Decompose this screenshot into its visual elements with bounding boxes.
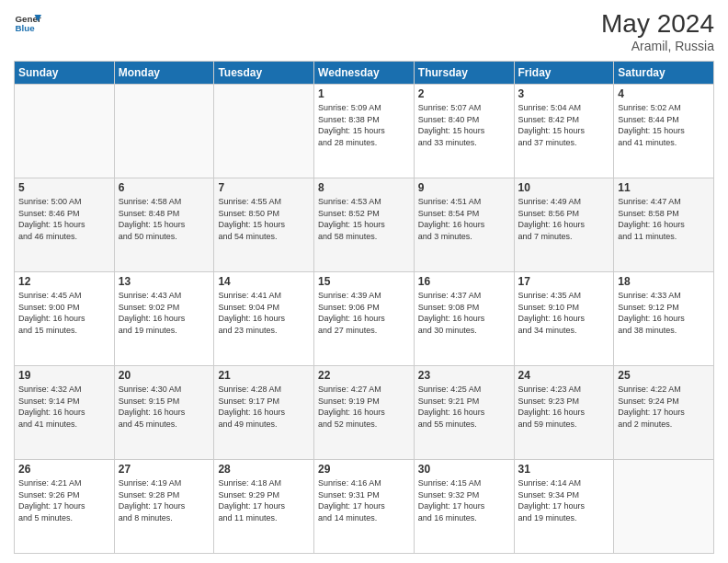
day-number: 20 xyxy=(119,369,210,382)
day-info: Sunrise: 4:25 AM Sunset: 9:21 PM Dayligh… xyxy=(418,384,510,430)
day-info: Sunrise: 4:37 AM Sunset: 9:08 PM Dayligh… xyxy=(418,290,510,336)
day-info: Sunrise: 4:43 AM Sunset: 9:02 PM Dayligh… xyxy=(119,290,210,336)
day-number: 16 xyxy=(418,275,510,288)
day-info: Sunrise: 4:39 AM Sunset: 9:06 PM Dayligh… xyxy=(318,290,410,336)
logo: General Blue xyxy=(14,9,41,37)
calendar-cell xyxy=(614,460,714,554)
calendar-cell: 18Sunrise: 4:33 AM Sunset: 9:12 PM Dayli… xyxy=(614,272,714,366)
calendar-cell: 21Sunrise: 4:28 AM Sunset: 9:17 PM Dayli… xyxy=(214,366,314,460)
day-info: Sunrise: 4:19 AM Sunset: 9:28 PM Dayligh… xyxy=(119,477,210,523)
day-info: Sunrise: 5:07 AM Sunset: 8:40 PM Dayligh… xyxy=(418,102,510,148)
day-info: Sunrise: 4:23 AM Sunset: 9:23 PM Dayligh… xyxy=(518,384,610,430)
day-number: 27 xyxy=(119,463,210,476)
day-info: Sunrise: 5:00 AM Sunset: 8:46 PM Dayligh… xyxy=(18,196,110,242)
day-number: 10 xyxy=(518,181,610,194)
weekday-header: Sunday xyxy=(15,62,115,85)
calendar-cell xyxy=(15,85,115,178)
calendar-cell: 3Sunrise: 5:04 AM Sunset: 8:42 PM Daylig… xyxy=(514,85,614,178)
day-number: 22 xyxy=(318,369,410,382)
day-info: Sunrise: 5:09 AM Sunset: 8:38 PM Dayligh… xyxy=(318,102,410,148)
day-info: Sunrise: 4:45 AM Sunset: 9:00 PM Dayligh… xyxy=(18,290,110,336)
day-info: Sunrise: 4:22 AM Sunset: 9:24 PM Dayligh… xyxy=(618,384,710,430)
calendar-cell: 20Sunrise: 4:30 AM Sunset: 9:15 PM Dayli… xyxy=(114,366,214,460)
day-number: 11 xyxy=(618,181,710,194)
calendar-cell: 15Sunrise: 4:39 AM Sunset: 9:06 PM Dayli… xyxy=(314,272,415,366)
day-number: 1 xyxy=(318,87,410,100)
calendar-cell: 29Sunrise: 4:16 AM Sunset: 9:31 PM Dayli… xyxy=(314,460,415,554)
day-number: 17 xyxy=(518,275,610,288)
day-number: 9 xyxy=(418,181,510,194)
calendar-table: SundayMondayTuesdayWednesdayThursdayFrid… xyxy=(14,61,714,554)
day-info: Sunrise: 4:21 AM Sunset: 9:26 PM Dayligh… xyxy=(18,477,110,523)
calendar-cell: 12Sunrise: 4:45 AM Sunset: 9:00 PM Dayli… xyxy=(15,272,115,366)
weekday-header: Wednesday xyxy=(314,62,415,85)
calendar-cell: 1Sunrise: 5:09 AM Sunset: 8:38 PM Daylig… xyxy=(314,85,415,178)
day-number: 15 xyxy=(318,275,410,288)
day-number: 19 xyxy=(18,369,110,382)
calendar-cell xyxy=(114,85,214,178)
day-info: Sunrise: 4:18 AM Sunset: 9:29 PM Dayligh… xyxy=(218,477,310,523)
calendar-cell: 25Sunrise: 4:22 AM Sunset: 9:24 PM Dayli… xyxy=(614,366,714,460)
calendar-week-row: 5Sunrise: 5:00 AM Sunset: 8:46 PM Daylig… xyxy=(15,178,714,272)
day-number: 23 xyxy=(418,369,510,382)
calendar-cell: 2Sunrise: 5:07 AM Sunset: 8:40 PM Daylig… xyxy=(414,85,514,178)
day-info: Sunrise: 4:51 AM Sunset: 8:54 PM Dayligh… xyxy=(418,196,510,242)
calendar-cell: 17Sunrise: 4:35 AM Sunset: 9:10 PM Dayli… xyxy=(514,272,614,366)
weekday-header: Thursday xyxy=(414,62,514,85)
location: Aramil, Russia xyxy=(601,39,714,53)
calendar-cell: 10Sunrise: 4:49 AM Sunset: 8:56 PM Dayli… xyxy=(514,178,614,272)
day-number: 2 xyxy=(418,87,510,100)
day-info: Sunrise: 4:58 AM Sunset: 8:48 PM Dayligh… xyxy=(119,196,210,242)
weekday-header: Saturday xyxy=(614,62,714,85)
calendar-cell: 9Sunrise: 4:51 AM Sunset: 8:54 PM Daylig… xyxy=(414,178,514,272)
day-info: Sunrise: 4:27 AM Sunset: 9:19 PM Dayligh… xyxy=(318,384,410,430)
day-info: Sunrise: 4:53 AM Sunset: 8:52 PM Dayligh… xyxy=(318,196,410,242)
weekday-header: Monday xyxy=(114,62,214,85)
day-number: 8 xyxy=(318,181,410,194)
calendar-cell xyxy=(214,85,314,178)
calendar-cell: 23Sunrise: 4:25 AM Sunset: 9:21 PM Dayli… xyxy=(414,366,514,460)
calendar-cell: 8Sunrise: 4:53 AM Sunset: 8:52 PM Daylig… xyxy=(314,178,415,272)
day-info: Sunrise: 4:33 AM Sunset: 9:12 PM Dayligh… xyxy=(618,290,710,336)
day-info: Sunrise: 4:35 AM Sunset: 9:10 PM Dayligh… xyxy=(518,290,610,336)
calendar-cell: 27Sunrise: 4:19 AM Sunset: 9:28 PM Dayli… xyxy=(114,460,214,554)
calendar-cell: 30Sunrise: 4:15 AM Sunset: 9:32 PM Dayli… xyxy=(414,460,514,554)
day-number: 25 xyxy=(618,369,710,382)
weekday-header: Friday xyxy=(514,62,614,85)
calendar-cell: 5Sunrise: 5:00 AM Sunset: 8:46 PM Daylig… xyxy=(15,178,115,272)
day-number: 5 xyxy=(18,181,110,194)
logo-icon: General Blue xyxy=(14,9,41,37)
weekday-header: Tuesday xyxy=(214,62,314,85)
calendar-cell: 22Sunrise: 4:27 AM Sunset: 9:19 PM Dayli… xyxy=(314,366,415,460)
weekday-header-row: SundayMondayTuesdayWednesdayThursdayFrid… xyxy=(15,62,714,85)
day-number: 6 xyxy=(119,181,210,194)
calendar-cell: 4Sunrise: 5:02 AM Sunset: 8:44 PM Daylig… xyxy=(614,85,714,178)
svg-text:Blue: Blue xyxy=(16,23,36,33)
calendar-cell: 19Sunrise: 4:32 AM Sunset: 9:14 PM Dayli… xyxy=(15,366,115,460)
calendar-cell: 16Sunrise: 4:37 AM Sunset: 9:08 PM Dayli… xyxy=(414,272,514,366)
calendar-week-row: 26Sunrise: 4:21 AM Sunset: 9:26 PM Dayli… xyxy=(15,460,714,554)
calendar-cell: 28Sunrise: 4:18 AM Sunset: 9:29 PM Dayli… xyxy=(214,460,314,554)
calendar-week-row: 12Sunrise: 4:45 AM Sunset: 9:00 PM Dayli… xyxy=(15,272,714,366)
day-info: Sunrise: 4:32 AM Sunset: 9:14 PM Dayligh… xyxy=(18,384,110,430)
title-block: May 2024 Aramil, Russia xyxy=(601,9,714,53)
header: General Blue May 2024 Aramil, Russia xyxy=(14,9,714,53)
calendar-week-row: 19Sunrise: 4:32 AM Sunset: 9:14 PM Dayli… xyxy=(15,366,714,460)
day-number: 21 xyxy=(218,369,310,382)
calendar-cell: 7Sunrise: 4:55 AM Sunset: 8:50 PM Daylig… xyxy=(214,178,314,272)
calendar-cell: 24Sunrise: 4:23 AM Sunset: 9:23 PM Dayli… xyxy=(514,366,614,460)
day-number: 13 xyxy=(119,275,210,288)
day-number: 12 xyxy=(18,275,110,288)
day-number: 26 xyxy=(18,463,110,476)
day-info: Sunrise: 4:47 AM Sunset: 8:58 PM Dayligh… xyxy=(618,196,710,242)
day-number: 3 xyxy=(518,87,610,100)
day-info: Sunrise: 4:14 AM Sunset: 9:34 PM Dayligh… xyxy=(518,477,610,523)
day-number: 24 xyxy=(518,369,610,382)
calendar-cell: 14Sunrise: 4:41 AM Sunset: 9:04 PM Dayli… xyxy=(214,272,314,366)
day-info: Sunrise: 4:15 AM Sunset: 9:32 PM Dayligh… xyxy=(418,477,510,523)
day-number: 28 xyxy=(218,463,310,476)
calendar-week-row: 1Sunrise: 5:09 AM Sunset: 8:38 PM Daylig… xyxy=(15,85,714,178)
day-number: 4 xyxy=(618,87,710,100)
day-info: Sunrise: 4:55 AM Sunset: 8:50 PM Dayligh… xyxy=(218,196,310,242)
day-number: 18 xyxy=(618,275,710,288)
